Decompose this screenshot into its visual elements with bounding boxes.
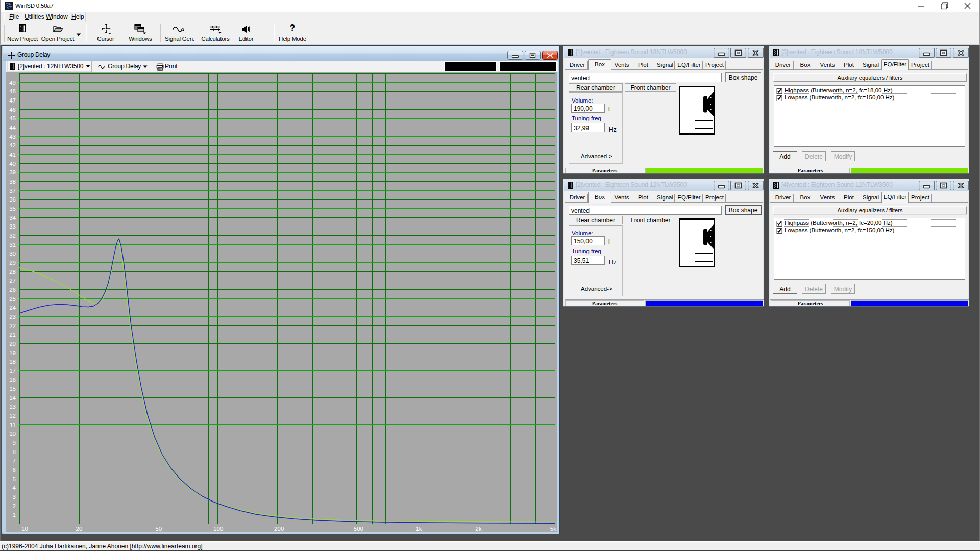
svg-text:50: 50	[155, 525, 162, 532]
svg-text:9: 9	[13, 440, 16, 446]
svg-text:49: 49	[9, 80, 16, 86]
svg-text:44: 44	[9, 124, 16, 131]
svg-text:5: 5	[13, 476, 16, 482]
svg-text:38: 38	[9, 179, 16, 185]
svg-text:29: 29	[9, 260, 16, 266]
svg-text:1k: 1k	[415, 525, 422, 532]
svg-text:23: 23	[9, 314, 16, 320]
svg-text:33: 33	[9, 223, 16, 230]
svg-text:500: 500	[354, 525, 363, 532]
svg-text:21: 21	[9, 332, 16, 338]
svg-text:2k: 2k	[475, 525, 481, 532]
svg-text:32: 32	[9, 233, 16, 239]
svg-text:10: 10	[9, 431, 16, 437]
svg-text:47: 47	[9, 97, 16, 104]
svg-text:48: 48	[9, 88, 16, 94]
svg-text:27: 27	[9, 278, 16, 284]
svg-text:15: 15	[9, 386, 16, 392]
svg-text:39: 39	[9, 169, 16, 176]
svg-text:24: 24	[9, 305, 16, 311]
svg-text:19: 19	[9, 350, 16, 356]
svg-text:8: 8	[13, 449, 16, 455]
svg-text:36: 36	[9, 196, 16, 203]
svg-text:200: 200	[274, 525, 284, 532]
svg-text:30: 30	[9, 251, 16, 257]
svg-text:2: 2	[13, 503, 16, 509]
svg-text:42: 42	[9, 142, 16, 148]
svg-text:40: 40	[9, 161, 16, 167]
svg-text:37: 37	[9, 188, 16, 194]
svg-text:45: 45	[9, 115, 16, 121]
svg-text:43: 43	[9, 134, 16, 140]
svg-text:5k: 5k	[550, 525, 556, 532]
svg-text:34: 34	[9, 215, 16, 221]
svg-text:41: 41	[9, 152, 16, 158]
svg-text:3: 3	[13, 494, 16, 500]
svg-text:16: 16	[9, 377, 16, 383]
svg-text:20: 20	[9, 341, 16, 347]
svg-text:18: 18	[9, 359, 16, 365]
svg-text:26: 26	[9, 287, 16, 293]
svg-text:13: 13	[9, 404, 16, 410]
svg-text:46: 46	[9, 107, 16, 113]
svg-text:25: 25	[9, 296, 16, 302]
svg-text:28: 28	[9, 269, 16, 275]
svg-text:22: 22	[9, 323, 16, 329]
svg-text:4: 4	[13, 485, 16, 491]
svg-text:31: 31	[9, 242, 16, 248]
svg-text:100: 100	[213, 525, 223, 532]
svg-text:10: 10	[21, 525, 28, 532]
svg-text:11: 11	[10, 422, 16, 428]
svg-text:6: 6	[13, 467, 16, 473]
svg-text:20: 20	[76, 525, 83, 532]
svg-text:14: 14	[9, 395, 16, 401]
svg-text:35: 35	[9, 206, 16, 212]
svg-text:12: 12	[9, 413, 16, 419]
svg-text:7: 7	[13, 458, 16, 464]
svg-text:1: 1	[13, 512, 16, 518]
svg-text:17: 17	[9, 368, 16, 374]
